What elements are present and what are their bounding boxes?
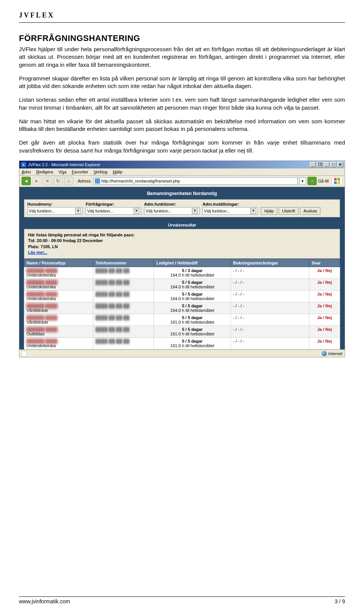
cell-telefon: ████-██-██-██	[93, 291, 154, 302]
dd-select-forfragningar[interactable]: Välj funktion...▼	[86, 207, 141, 215]
info-plats: Plats: 7105, LN	[28, 244, 58, 249]
url-text: http://herman/nhl_nordanstig/frameset.ph…	[101, 179, 180, 183]
cell-namn: ██████ ████Undersköterska	[24, 291, 93, 302]
cell-telefon: ████-██-██-██	[93, 314, 154, 326]
refresh-button[interactable]: ↻	[53, 177, 63, 185]
cell-namn: ██████ ████Vårdbiträde	[24, 302, 93, 314]
menu-favoriter[interactable]: Favoriter	[72, 170, 88, 174]
menubar[interactable]: Arkiv Redigera Visa Favoriter Verktyg Hj…	[19, 168, 345, 176]
th-ledighet[interactable]: Ledighet / Heltidsdiff	[154, 259, 231, 267]
dd-forfragningar: Förfrågningar: Välj funktion...▼	[86, 202, 141, 215]
function-panel: Huvudmeny: Välj funktion...▼ Förfrågning…	[24, 199, 340, 217]
table-row[interactable]: ██████ ████Undersköterska████-██-██-██5 …	[24, 338, 340, 349]
menu-hjalp[interactable]: Hjälp	[113, 170, 122, 174]
restore-button[interactable]: ❐	[317, 162, 323, 167]
cell-ledighet: 5 / 5 dagar161.0 h till heltidsmåttet	[154, 326, 231, 338]
dd-label: Adm.inställningar:	[202, 202, 258, 206]
cell-telefon: ████-██-██-██	[93, 302, 154, 314]
cell-namn: ██████ ████Undersköterska	[24, 338, 93, 349]
las-mer-link[interactable]: Läs mer...	[28, 250, 47, 255]
utskrift-button[interactable]: Utskrift	[279, 207, 298, 215]
address-dropdown[interactable]: ▾	[299, 177, 306, 185]
go-button[interactable]: →	[308, 177, 317, 185]
table-row[interactable]: ██████ ████Undersköterska████-██-██-██5 …	[24, 267, 340, 279]
dd-label: Adm.funktioner:	[144, 202, 199, 206]
cell-ledighet: 5 / 5 dagar164.0 h till heltidsmåttet	[154, 279, 231, 291]
globe-icon	[322, 351, 327, 356]
ie-icon: e	[21, 162, 26, 167]
cell-ledighet: 5 / 3 dagar164.0 h till heltidsmåttet	[154, 267, 231, 279]
zone-label: Internet	[328, 351, 342, 356]
cell-namn: ██████ ████Undersköterska	[24, 267, 93, 279]
menu-redigera[interactable]: Redigera	[36, 170, 53, 174]
dd-label: Huvudmeny:	[27, 202, 83, 206]
info-box: Här listas lämplig personal att ringa fö…	[24, 229, 340, 259]
menu-verktyg[interactable]: Verktyg	[94, 170, 108, 174]
menu-arkiv[interactable]: Arkiv	[22, 170, 31, 174]
page-icon	[22, 351, 27, 356]
hjalp-button[interactable]: Hjälp	[261, 207, 277, 215]
chevron-down-icon: ▼	[133, 208, 140, 214]
table-row[interactable]: ██████ ████Undersköterska████-██-██-██5 …	[24, 291, 340, 302]
th-namn[interactable]: Namn / Personaltyp	[24, 259, 93, 267]
cell-svar[interactable]: Ja / Nej	[309, 338, 340, 349]
info-tid: Tid: 20:00 - 09:00 fredag 22 December	[28, 238, 103, 243]
th-svar[interactable]: Svar	[309, 259, 340, 267]
th-bokningar[interactable]: Bokningsanteckningar	[231, 259, 309, 267]
minimize-button[interactable]: _	[310, 162, 316, 167]
cell-telefon: ████-██-██-██	[93, 326, 154, 338]
paragraph: JVFlex hjälper till under hela personalf…	[19, 46, 345, 69]
table-row[interactable]: ██████ ████Vårdbiträde████-██-██-██5 / 5…	[24, 302, 340, 314]
back-button[interactable]: ◄	[22, 177, 31, 185]
cell-telefon: ████-██-██-██	[93, 267, 154, 279]
menu-visa[interactable]: Visa	[58, 170, 66, 174]
forward-button[interactable]: ►	[32, 177, 41, 185]
footer-site: www.jvinformatik.com	[19, 598, 70, 604]
brand-title: JVFLEX	[19, 11, 345, 19]
dd-select-admfunktioner[interactable]: Välj funktion...▼	[144, 207, 199, 215]
cell-svar[interactable]: Ja / Nej	[309, 314, 340, 326]
cell-ledighet: 5 / 5 dagar164.0 h till heltidsmåttet	[154, 291, 231, 302]
info-line1: Här listas lämplig personal att ringa fö…	[28, 233, 135, 237]
footer-page: 3 / 9	[335, 598, 345, 604]
paragraph: Det går även att plocka fram statistik ö…	[19, 139, 345, 154]
svg-rect-1	[337, 178, 340, 181]
cell-svar[interactable]: Ja / Nej	[309, 279, 340, 291]
paragraph: När man hittat en vikarie för det aktuel…	[19, 118, 345, 133]
th-telefon[interactable]: Telefonnummer	[93, 259, 154, 267]
avsluta-button[interactable]: Avsluta	[300, 207, 320, 215]
page-icon	[95, 178, 100, 184]
cell-namn: ██████ ████Outbildad	[24, 326, 93, 338]
cell-anteckningar: - / - / -	[231, 314, 309, 326]
home-button[interactable]: ⌂	[64, 177, 73, 185]
cell-svar[interactable]: Ja / Nej	[309, 326, 340, 338]
table-row[interactable]: ██████ ████Vårdbiträde████-██-██-██5 / 5…	[24, 314, 340, 326]
cell-svar[interactable]: Ja / Nej	[309, 291, 340, 302]
address-input[interactable]: http://herman/nhl_nordanstig/frameset.ph…	[93, 177, 298, 185]
dd-select-huvudmeny[interactable]: Välj funktion...▼	[27, 207, 83, 215]
dd-select-adminstallningar[interactable]: Välj funktion...▼	[202, 207, 258, 215]
cell-anteckningar: - / - / -	[231, 267, 309, 279]
button-group: Hjälp Utskrift Avsluta	[261, 207, 337, 215]
stop-button[interactable]: ✕	[43, 177, 52, 185]
results-section: Urvalsresultat Här listas lämplig person…	[24, 221, 340, 350]
cell-svar[interactable]: Ja / Nej	[309, 267, 340, 279]
results-header: Urvalsresultat	[24, 221, 340, 229]
svg-rect-0	[334, 178, 337, 181]
results-table: Namn / Personaltyp Telefonnummer Ledighe…	[24, 259, 340, 349]
footer-divider	[19, 596, 345, 597]
cell-anteckningar: - / - / -	[231, 302, 309, 314]
chevron-down-icon: ▼	[75, 208, 81, 214]
table-row[interactable]: ██████ ████Outbildad████-██-██-██5 / 5 d…	[24, 326, 340, 338]
cell-telefon: ████-██-██-██	[93, 279, 154, 291]
close-button[interactable]: ✕	[337, 162, 343, 167]
address-label: Adress	[78, 179, 91, 183]
dd-admfunktioner: Adm.funktioner: Välj funktion...▼	[144, 202, 199, 215]
maximize-button[interactable]: □	[330, 162, 336, 167]
cell-svar[interactable]: Ja / Nej	[309, 302, 340, 314]
table-row[interactable]: ██████ ████Undersköterska████-██-██-██5 …	[24, 279, 340, 291]
dd-label: Förfrågningar:	[86, 202, 141, 206]
minimize2-button[interactable]: _	[323, 162, 329, 167]
window-titlebar[interactable]: e JVFlex 2.2 - Microsoft Internet Explor…	[19, 161, 345, 168]
cell-ledighet: 5 / 5 dagar161.0 h till heltidsmåttet	[154, 338, 231, 349]
